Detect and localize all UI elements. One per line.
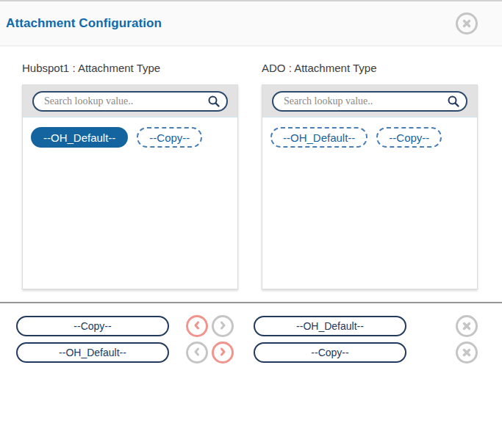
map-direction-left-button[interactable] [186, 315, 208, 337]
mapping-direction-arrows [186, 342, 234, 364]
remove-mapping-button[interactable] [456, 315, 478, 337]
lookup-chip-copy[interactable]: --Copy-- [137, 127, 202, 148]
mapping-rows: --Copy-- --OH_Default-- [16, 315, 478, 364]
source-search-bar [23, 85, 237, 118]
target-search-bar [262, 85, 477, 118]
target-lookup-panel: --OH_Default-- --Copy-- [262, 84, 478, 289]
lookup-chip-copy[interactable]: --Copy-- [376, 127, 442, 148]
mapping-source-value: --OH_Default-- [16, 342, 169, 363]
section-divider [0, 302, 502, 303]
map-direction-right-button[interactable] [212, 342, 234, 364]
target-search-input[interactable] [282, 95, 447, 108]
modal-header: Attachment Configuration [0, 0, 502, 46]
close-icon [462, 18, 472, 29]
panels-row: --OH_Default-- --Copy-- --OH_Default-- -… [22, 84, 478, 289]
source-lookup-panel: --OH_Default-- --Copy-- [22, 84, 238, 289]
chevron-right-icon [218, 347, 228, 359]
target-search-pill [272, 91, 467, 112]
lookup-chip-oh-default[interactable]: --OH_Default-- [270, 127, 367, 148]
mapping-target-value: --Copy-- [254, 342, 406, 363]
target-chip-list: --OH_Default-- --Copy-- [262, 118, 477, 157]
panel-titles-row: Hubspot1 : Attachment Type ADO : Attachm… [22, 62, 478, 74]
circle-x-icon [462, 321, 472, 331]
target-panel-title: ADO : Attachment Type [262, 62, 478, 74]
circle-x-icon [462, 347, 472, 358]
chevron-left-icon [192, 320, 202, 333]
modal-title: Attachment Configuration [6, 16, 162, 31]
mapping-target-value: --OH_Default-- [254, 316, 406, 336]
source-panel-title: Hubspot1 : Attachment Type [22, 62, 238, 74]
source-search-input[interactable] [43, 95, 207, 108]
mapping-row: --OH_Default-- --Copy-- [16, 342, 478, 364]
source-search-pill [32, 91, 228, 112]
modal-close-button[interactable] [456, 12, 478, 35]
mapping-row: --Copy-- --OH_Default-- [16, 315, 478, 337]
remove-mapping-button[interactable] [456, 342, 478, 364]
mapping-source-value: --Copy-- [16, 316, 169, 336]
map-direction-left-button[interactable] [186, 342, 208, 364]
chevron-left-icon [192, 347, 202, 359]
map-direction-right-button[interactable] [212, 315, 234, 337]
chevron-right-icon [218, 320, 228, 333]
lookup-chip-oh-default[interactable]: --OH_Default-- [31, 127, 128, 148]
source-chip-list: --OH_Default-- --Copy-- [23, 118, 237, 157]
search-icon [207, 95, 220, 108]
mapping-direction-arrows [186, 315, 234, 337]
search-icon [447, 95, 460, 108]
